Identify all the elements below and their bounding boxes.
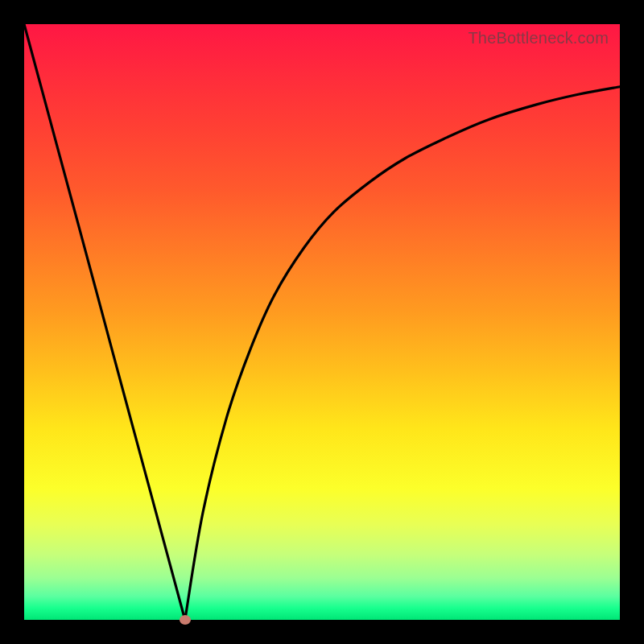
plot-area: TheBottleneck.com [24,24,620,620]
curve-path [24,24,620,620]
chart-frame: TheBottleneck.com [0,0,644,644]
bottleneck-curve [24,24,620,620]
optimal-point-marker [180,615,191,625]
